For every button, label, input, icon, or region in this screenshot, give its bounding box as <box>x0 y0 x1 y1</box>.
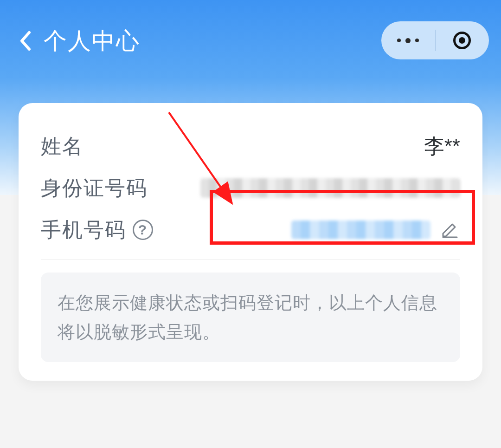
row-name-label: 姓名 <box>41 133 84 160</box>
row-phone: 手机号码 ? <box>41 209 460 251</box>
help-icon[interactable]: ? <box>133 220 153 240</box>
dots-icon <box>397 39 401 42</box>
row-phone-label: 手机号码 <box>41 216 126 244</box>
id-masked-value <box>200 178 460 198</box>
back-icon[interactable] <box>16 32 34 50</box>
capsule-menu-button[interactable] <box>381 21 435 59</box>
dots-icon <box>405 38 411 43</box>
row-name-value: 李** <box>424 133 460 160</box>
dots-icon <box>415 39 419 42</box>
profile-card: 姓名 李** 身份证号码 手机号码 ? 在您展示健康状态或扫码登记时，以上个人信… <box>19 103 482 381</box>
row-id: 身份证号码 <box>41 167 460 209</box>
notice-text: 在您展示健康状态或扫码登记时，以上个人信息将以脱敏形式呈现。 <box>41 273 460 362</box>
pencil-icon <box>439 220 460 240</box>
row-id-label: 身份证号码 <box>41 175 148 202</box>
capsule-close-button[interactable] <box>436 21 489 59</box>
phone-masked-value <box>291 221 430 239</box>
row-name: 姓名 李** <box>41 125 460 167</box>
target-icon <box>453 32 471 49</box>
edit-phone-button[interactable] <box>439 219 460 240</box>
page-title: 个人中心 <box>44 26 140 57</box>
row-id-value <box>200 178 460 198</box>
divider <box>41 259 460 260</box>
miniprogram-capsule <box>381 21 489 59</box>
